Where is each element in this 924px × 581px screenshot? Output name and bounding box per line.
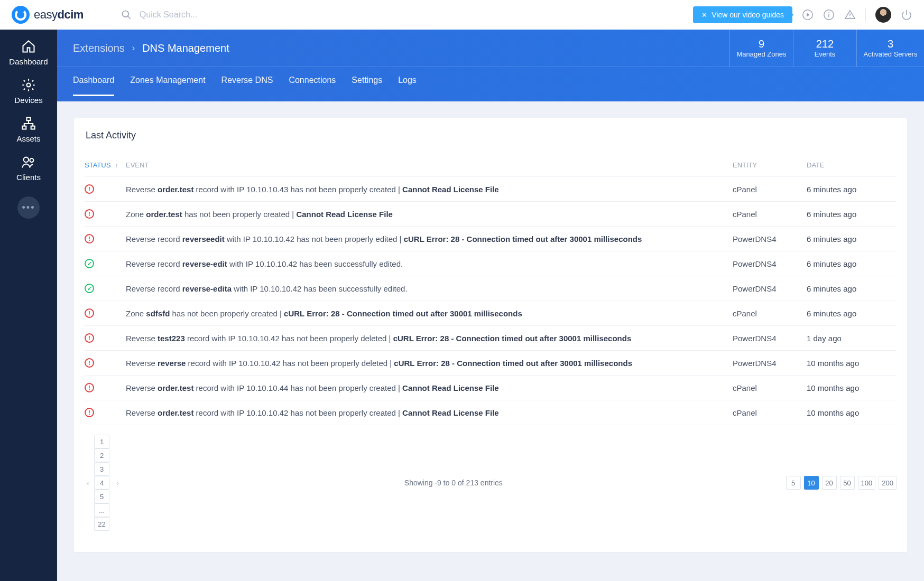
date-text: 10 months ago <box>807 408 897 417</box>
event-text: Reverse order.test record with IP 10.10.… <box>126 185 733 194</box>
event-text: Reverse order.test record with IP 10.10.… <box>126 408 733 417</box>
page-2[interactable]: 2 <box>94 448 109 462</box>
table-row: !Reverse order.test record with IP 10.10… <box>85 376 897 400</box>
pagesize-5[interactable]: 5 <box>786 476 801 490</box>
page-1[interactable]: 1 <box>94 435 109 448</box>
pagesize-20[interactable]: 20 <box>822 476 837 490</box>
top-bar: easydcim ✕ View our video guides <box>0 0 924 30</box>
date-text: 6 minutes ago <box>807 309 897 318</box>
stat-activated-servers[interactable]: 3 Activated Servers <box>856 30 924 67</box>
svg-point-15 <box>30 158 33 162</box>
stat-value: 9 <box>759 38 764 50</box>
page-...[interactable]: ... <box>94 503 109 517</box>
avatar[interactable] <box>875 7 891 23</box>
table-row: ✓Reverse record reverse-edita with IP 10… <box>85 276 897 301</box>
video-guides-button[interactable]: ✕ View our video guides <box>693 6 792 23</box>
date-text: 6 minutes ago <box>807 185 897 194</box>
table-row: !Zone sdfsfd has not been properly creat… <box>85 301 897 326</box>
page-4[interactable]: 4 <box>94 476 109 490</box>
home-icon <box>21 39 36 54</box>
sidebar-item-clients[interactable]: Clients <box>16 155 41 182</box>
stat-value: 212 <box>816 38 834 50</box>
stat-managed-zones[interactable]: 9 Managed Zones <box>729 30 793 67</box>
pager-showing: Showing -9 to 0 of 213 entries <box>404 479 503 487</box>
tab-zones-management[interactable]: Zones Management <box>130 76 205 95</box>
success-icon: ✓ <box>85 259 94 268</box>
date-text: 10 months ago <box>807 383 897 392</box>
pagesize-200[interactable]: 200 <box>879 476 897 490</box>
entity-text: cPanel <box>733 408 807 417</box>
event-text: Zone order.test has not been properly cr… <box>126 210 733 219</box>
svg-rect-12 <box>22 126 26 129</box>
sidebar-item-devices[interactable]: Devices <box>14 78 42 105</box>
date-text: 6 minutes ago <box>807 235 897 243</box>
table-row: ✓Reverse record reverse-edit with IP 10.… <box>85 251 897 276</box>
pager-next[interactable]: › <box>115 479 121 487</box>
pagesize-10[interactable]: 10 <box>804 476 819 490</box>
page-22[interactable]: 22 <box>94 517 109 531</box>
tab-settings[interactable]: Settings <box>352 76 382 95</box>
search-wrap <box>121 9 298 21</box>
activity-card: Last Activity STATUS↑ EVENT ENTITY DATE … <box>74 118 907 552</box>
svg-point-14 <box>24 157 29 162</box>
column-entity[interactable]: ENTITY <box>733 161 807 169</box>
entity-text: PowerDNS4 <box>733 284 807 293</box>
sidebar-item-assets[interactable]: Assets <box>16 116 40 143</box>
divider <box>865 8 866 22</box>
logo[interactable]: easydcim <box>12 6 84 24</box>
svg-point-10 <box>26 83 30 87</box>
event-text: Reverse record reverseedit with IP 10.10… <box>126 235 733 243</box>
pagination: ‹ 12345...22 › Showing -9 to 0 of 213 en… <box>85 435 897 531</box>
table-row: !Reverse test223 record with IP 10.10.10… <box>85 326 897 351</box>
entity-text: cPanel <box>733 383 807 392</box>
power-icon[interactable] <box>901 9 912 21</box>
info-icon[interactable] <box>823 9 835 21</box>
sidebar-item-dashboard[interactable]: Dashboard <box>9 39 48 66</box>
svg-point-6 <box>828 12 829 13</box>
search-icon[interactable] <box>121 9 132 21</box>
svg-rect-11 <box>26 117 30 120</box>
stat-label: Activated Servers <box>864 50 918 58</box>
chevron-right-icon: › <box>132 43 135 53</box>
tab-dashboard[interactable]: Dashboard <box>73 51 114 96</box>
sidebar-label: Dashboard <box>9 57 48 66</box>
date-text: 1 day ago <box>807 334 897 343</box>
svg-marker-3 <box>807 13 810 16</box>
table-row: !Reverse order.test record with IP 10.10… <box>85 177 897 202</box>
page-3[interactable]: 3 <box>94 462 109 476</box>
pager-prev[interactable]: ‹ <box>85 479 91 487</box>
alert-icon[interactable] <box>844 9 856 21</box>
pagesize-100[interactable]: 100 <box>858 476 876 490</box>
entity-text: PowerDNS4 <box>733 334 807 343</box>
gear-icon <box>21 78 36 92</box>
pagesize-50[interactable]: 50 <box>840 476 855 490</box>
tabs: DashboardZones ManagementReverse DNSConn… <box>57 67 924 101</box>
page-5[interactable]: 5 <box>94 490 109 503</box>
table-row: !Reverse order.test record with IP 10.10… <box>85 400 897 425</box>
table-row: !Zone order.test has not been properly c… <box>85 202 897 227</box>
error-icon: ! <box>85 308 94 318</box>
search-input[interactable] <box>140 10 298 20</box>
event-text: Reverse reverse record with IP 10.10.10.… <box>126 359 733 368</box>
error-icon: ! <box>85 383 94 392</box>
column-event[interactable]: EVENT <box>126 161 733 169</box>
entity-text: cPanel <box>733 210 807 219</box>
stat-events[interactable]: 212 Events <box>793 30 856 67</box>
tab-reverse-dns[interactable]: Reverse DNS <box>221 76 273 95</box>
event-text: Reverse order.test record with IP 10.10.… <box>126 383 733 392</box>
sidebar-more-button[interactable]: ••• <box>17 196 40 219</box>
tab-logs[interactable]: Logs <box>398 76 417 95</box>
column-date[interactable]: DATE <box>807 161 897 169</box>
column-status[interactable]: STATUS↑ <box>85 161 126 169</box>
play-circle-icon[interactable] <box>802 9 814 21</box>
entity-text: PowerDNS4 <box>733 359 807 368</box>
sidebar-label: Assets <box>16 134 40 143</box>
entity-text: cPanel <box>733 185 807 194</box>
network-icon <box>21 116 36 131</box>
close-icon[interactable]: ✕ <box>701 11 707 19</box>
error-icon: ! <box>85 358 94 368</box>
breadcrumb-current: DNS Management <box>142 42 229 54</box>
breadcrumb-extensions[interactable]: Extensions <box>73 42 125 54</box>
activity-table: STATUS↑ EVENT ENTITY DATE !Reverse order… <box>85 161 897 425</box>
tab-connections[interactable]: Connections <box>289 76 336 95</box>
